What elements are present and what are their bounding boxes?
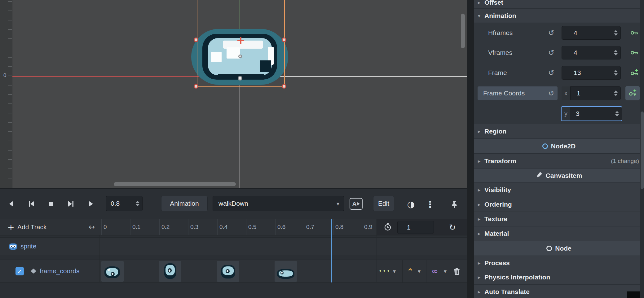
- section-material[interactable]: ▸ Material: [474, 226, 644, 241]
- section-transform[interactable]: ▸ Transform (1 change): [474, 154, 644, 169]
- playback-position-field[interactable]: 0.8: [106, 196, 143, 211]
- hframes-input[interactable]: 4: [562, 26, 621, 40]
- section-auto-translate[interactable]: ▸ Auto Translate: [474, 285, 644, 298]
- key-add-button[interactable]: [625, 86, 640, 100]
- section-label: Visibility: [484, 186, 511, 194]
- frame-coords-x-input[interactable]: 1: [570, 86, 621, 100]
- position-spinner[interactable]: [136, 201, 139, 206]
- section-region[interactable]: ▸ Region: [474, 124, 644, 139]
- scale-handle-right[interactable]: [282, 37, 286, 42]
- hframes-value: 4: [574, 29, 577, 37]
- chevron-right-icon: ▸: [474, 260, 484, 266]
- onion-skinning-button[interactable]: ◑: [404, 197, 418, 211]
- add-track-button[interactable]: Add Track: [17, 223, 47, 231]
- property-frame-coords-y: y 3: [474, 103, 644, 124]
- play-button[interactable]: [84, 196, 97, 212]
- category-node: Node: [474, 241, 644, 256]
- viewport-hscrollbar[interactable]: [114, 182, 236, 186]
- section-ordering[interactable]: ▸ Ordering: [474, 197, 644, 212]
- timeline-ruler[interactable]: 0 0.1 0.2 0.3 0.4 0.5 0.6 0.7 0.8 0.9: [101, 219, 377, 235]
- spinner[interactable]: [614, 90, 618, 96]
- track-name-label[interactable]: frame_coords: [40, 267, 79, 275]
- keyframe[interactable]: [275, 261, 297, 282]
- scrollbar-thumb[interactable]: [641, 112, 644, 189]
- vframes-input[interactable]: 4: [562, 46, 621, 59]
- canvas-viewport[interactable]: 0: [0, 0, 467, 188]
- keyframe-track-icon: [31, 269, 36, 274]
- track-row-node[interactable]: sprite: [0, 237, 467, 255]
- chevron-down-icon: ▾: [337, 200, 339, 207]
- delete-track-icon[interactable]: [453, 267, 461, 275]
- pan-timeline-icon[interactable]: ↔: [89, 223, 95, 231]
- pin-icon[interactable]: [448, 197, 461, 211]
- category-label: Node2D: [551, 142, 576, 150]
- keyframe[interactable]: [159, 261, 181, 282]
- scale-handle-left[interactable]: [194, 37, 198, 42]
- track-enabled-checkbox[interactable]: ✓: [15, 267, 24, 275]
- viewport-vscrollbar[interactable]: [461, 14, 465, 48]
- keyframe-sprite: [169, 270, 170, 272]
- scale-handle-bottom-left[interactable]: [194, 84, 198, 89]
- section-physics-interpolation[interactable]: ▸ Physics Interpolation: [474, 270, 644, 285]
- autoplay-on-load-button[interactable]: A: [350, 198, 363, 210]
- property-label: Frame Coords: [483, 90, 525, 97]
- node2d-icon: [542, 143, 548, 149]
- section-visibility[interactable]: ▸ Visibility: [474, 183, 644, 197]
- playhead[interactable]: [331, 219, 332, 283]
- update-mode-icon[interactable]: •••: [379, 268, 391, 274]
- screen-corner-overlay: [627, 291, 640, 298]
- loop-wrap-mode-icon[interactable]: ∞: [431, 266, 438, 276]
- revert-icon[interactable]: ↺: [546, 69, 556, 77]
- section-offset[interactable]: ▸ Offset: [474, 0, 644, 9]
- step-forward-button[interactable]: [64, 196, 77, 212]
- viewport-edge-vertical: [240, 77, 240, 188]
- divider: [426, 260, 426, 283]
- chevron-down-icon[interactable]: ▾: [393, 268, 396, 274]
- keyframe[interactable]: [217, 261, 239, 282]
- spinner[interactable]: [614, 50, 618, 55]
- animation-length-field[interactable]: 1: [397, 221, 434, 234]
- track-row-frame-coords[interactable]: ✓ frame_coords •: [0, 260, 467, 283]
- interpolation-mode-icon[interactable]: ⌃: [407, 267, 414, 277]
- node-name-label[interactable]: sprite: [20, 243, 36, 250]
- edit-button[interactable]: Edit: [373, 196, 394, 211]
- stop-button[interactable]: [45, 196, 58, 212]
- spinner[interactable]: [614, 70, 618, 76]
- tick-label: 0: [104, 224, 107, 230]
- snap-clock-icon[interactable]: [384, 223, 392, 231]
- key-icon[interactable]: [628, 27, 640, 39]
- revert-icon[interactable]: ↺: [546, 49, 556, 57]
- section-animation[interactable]: ▾ Animation: [474, 9, 644, 23]
- spinner[interactable]: [614, 30, 618, 36]
- spinner[interactable]: [615, 111, 619, 116]
- inspector-scrollbar[interactable]: [640, 0, 644, 298]
- key-add-icon[interactable]: [628, 67, 640, 79]
- animation-select[interactable]: walkDown ▾: [213, 196, 344, 211]
- loop-toggle-icon[interactable]: ↻: [446, 221, 459, 233]
- origin-handle[interactable]: [238, 76, 242, 81]
- menu-icon[interactable]: ⋮: [424, 197, 436, 211]
- section-label: Auto Translate: [484, 288, 530, 296]
- frame-coords-y-input[interactable]: y 3: [561, 106, 622, 121]
- keyframe[interactable]: [101, 261, 124, 282]
- play-backwards-button[interactable]: [5, 196, 18, 212]
- godot-node-icon: [9, 243, 17, 250]
- property-label: Hframes: [488, 29, 513, 37]
- section-process[interactable]: ▸ Process: [474, 256, 644, 270]
- playback-controls: [5, 196, 97, 212]
- property-frame: Frame ↺ 13: [474, 63, 644, 83]
- revert-icon[interactable]: ↺: [546, 29, 556, 37]
- step-back-button[interactable]: [25, 196, 38, 212]
- animation-menu-button[interactable]: Animation: [161, 196, 208, 211]
- revert-icon[interactable]: ↺: [546, 89, 556, 97]
- section-label: Animation: [484, 12, 516, 20]
- keyframe-sprite: [227, 270, 228, 272]
- node-icon: [546, 246, 552, 251]
- key-icon[interactable]: [628, 46, 640, 59]
- y-value: 3: [576, 110, 580, 117]
- center-handle[interactable]: [238, 55, 242, 58]
- section-texture[interactable]: ▸ Texture: [474, 212, 644, 226]
- frame-input[interactable]: 13: [562, 66, 621, 80]
- chevron-right-icon: ▸: [474, 0, 484, 6]
- scale-handle-bottom-right[interactable]: [282, 84, 286, 89]
